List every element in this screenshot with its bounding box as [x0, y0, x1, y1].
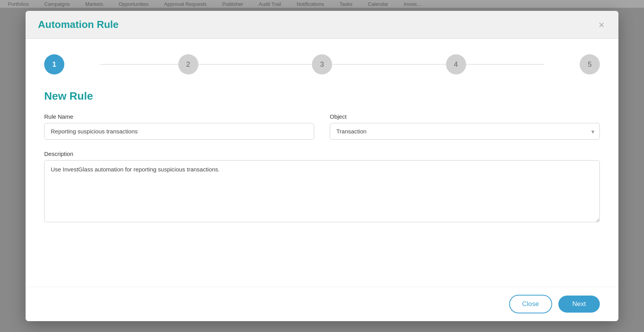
object-select[interactable]: Transaction Portfolio Campaign Contact — [330, 123, 600, 140]
step-4[interactable]: 4 — [446, 54, 466, 74]
automation-rule-modal: Automation Rule × 1 2 3 — [26, 11, 618, 321]
description-textarea[interactable]: Use InvestGlass automation for reporting… — [44, 160, 600, 222]
description-group: Description Use InvestGlass automation f… — [44, 150, 600, 222]
modal-close-x-button[interactable]: × — [597, 20, 606, 30]
step-3[interactable]: 3 — [312, 54, 332, 74]
description-label: Description — [44, 150, 600, 157]
next-button[interactable]: Next — [558, 296, 600, 313]
stepper-steps: 1 2 3 4 5 — [44, 54, 600, 74]
step-1[interactable]: 1 — [44, 54, 64, 74]
close-button[interactable]: Close — [509, 295, 552, 313]
modal-overlay: Automation Rule × 1 2 3 — [0, 0, 644, 332]
stepper: 1 2 3 4 5 — [44, 54, 600, 74]
rule-name-group: Rule Name — [44, 113, 314, 140]
object-select-wrapper: Transaction Portfolio Campaign Contact ▾ — [330, 123, 600, 140]
step-5[interactable]: 5 — [580, 54, 600, 74]
rule-name-label: Rule Name — [44, 113, 314, 120]
modal-body: 1 2 3 4 5 New Rule — [26, 39, 618, 287]
modal-header: Automation Rule × — [26, 11, 618, 39]
step-2[interactable]: 2 — [178, 54, 198, 74]
object-label: Object — [330, 113, 600, 120]
modal-title: Automation Rule — [38, 19, 119, 31]
rule-name-input[interactable] — [44, 123, 314, 140]
form-row-rule-object: Rule Name Object Transaction Portfolio C… — [44, 113, 600, 140]
new-rule-title: New Rule — [44, 90, 600, 102]
object-group: Object Transaction Portfolio Campaign Co… — [330, 113, 600, 140]
modal-footer: Close Next — [26, 287, 618, 321]
